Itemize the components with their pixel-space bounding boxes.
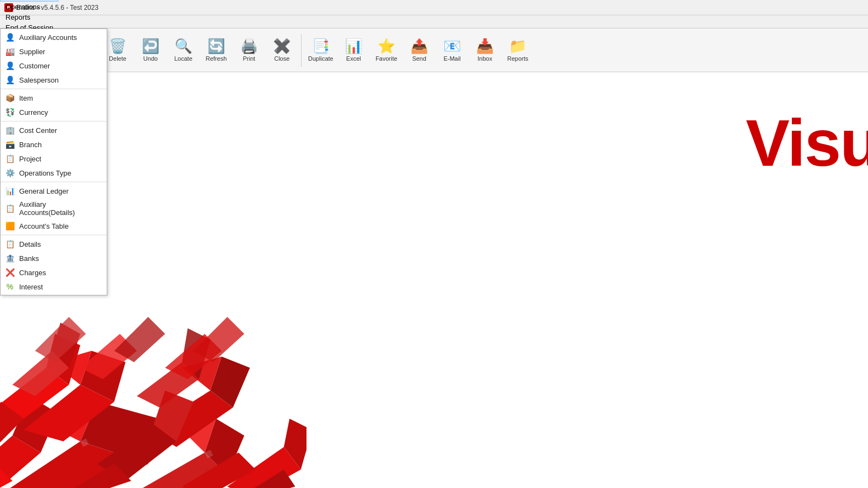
dropdown-item-supplier[interactable]: 🏭Supplier xyxy=(1,44,107,59)
svg-marker-1 xyxy=(80,402,160,464)
svg-marker-10 xyxy=(52,351,91,385)
toolbar-btn-inbox[interactable]: 📥Inbox xyxy=(469,31,501,69)
close-toolbar-label: Close xyxy=(274,55,290,62)
toolbar-btn-excel[interactable]: 📊Excel xyxy=(338,31,369,69)
general-ledger-label: General Ledger xyxy=(19,187,68,195)
locate-toolbar-icon: 🔍 xyxy=(175,39,192,53)
operations-type-icon: ⚙️ xyxy=(5,168,15,178)
svg-marker-25 xyxy=(239,469,295,488)
details-icon: 📋 xyxy=(5,239,15,249)
svg-marker-33 xyxy=(165,334,222,379)
salesperson-label: Salesperson xyxy=(19,76,59,84)
svg-marker-23 xyxy=(57,464,131,488)
toolbar-btn-favorite[interactable]: ⭐Favorite xyxy=(371,31,402,69)
main-content: Visu xyxy=(0,72,868,488)
excel-toolbar-label: Excel xyxy=(346,55,361,62)
close-toolbar-icon: ✖️ xyxy=(273,39,291,53)
dropdown-separator xyxy=(1,89,107,89)
svg-marker-19 xyxy=(97,425,177,481)
dropdown-item-auxiliary-accounts-details[interactable]: 📋Auxiliary Accounts(Details) xyxy=(1,198,107,219)
favorite-toolbar-icon: ⭐ xyxy=(378,39,395,53)
svg-marker-36 xyxy=(193,317,244,362)
auxiliary-accounts-details-label: Auxiliary Accounts(Details) xyxy=(19,200,102,217)
duplicate-toolbar-label: Duplicate xyxy=(308,55,333,62)
dropdown-item-salesperson[interactable]: 👤Salesperson xyxy=(1,73,107,87)
auxiliary-accounts-icon: 👤 xyxy=(5,32,15,42)
project-label: Project xyxy=(19,155,41,163)
dropdown-item-charges[interactable]: ❌Charges xyxy=(1,265,107,280)
delete-toolbar-icon: 🗑️ xyxy=(109,39,126,53)
svg-marker-12 xyxy=(210,357,250,408)
menu-item-reports[interactable]: Reports xyxy=(0,12,59,22)
branch-label: Branch xyxy=(19,141,42,149)
svg-marker-26 xyxy=(0,481,7,488)
refresh-toolbar-icon: 🔄 xyxy=(207,39,225,53)
toolbar-btn-refresh[interactable]: 🔄Refresh xyxy=(200,31,232,69)
menu-bar: Data EntryOperationsReportsEnd of Sessio… xyxy=(0,15,868,28)
svg-marker-17 xyxy=(284,419,306,469)
favorite-toolbar-label: Favorite xyxy=(375,55,397,62)
title-bar: B Brains - v5.4.5.6 - Test 2023 xyxy=(0,0,868,15)
customer-icon: 👤 xyxy=(5,61,15,71)
svg-marker-8 xyxy=(24,385,114,441)
dropdown-separator xyxy=(1,235,107,235)
toolbar-btn-duplicate[interactable]: 📑Duplicate xyxy=(305,31,337,69)
svg-marker-7 xyxy=(176,419,216,452)
dropdown-separator xyxy=(1,121,107,121)
svg-marker-35 xyxy=(114,317,165,362)
toolbar-btn-email[interactable]: 📧E-Mail xyxy=(436,31,468,69)
dropdown-item-interest[interactable]: %Interest xyxy=(1,280,107,294)
inbox-toolbar-icon: 📥 xyxy=(476,39,494,53)
dropdown-item-general-ledger[interactable]: 📊General Ledger xyxy=(1,184,107,198)
item-icon: 📦 xyxy=(5,93,15,103)
general-ledger-icon: 📊 xyxy=(5,186,15,196)
dropdown-separator xyxy=(1,182,107,182)
svg-marker-29 xyxy=(52,323,80,368)
dropdown-item-item[interactable]: 📦Item xyxy=(1,91,107,105)
svg-marker-11 xyxy=(148,391,233,447)
cost-center-label: Cost Center xyxy=(19,126,57,135)
toolbar-btn-locate[interactable]: 🔍Locate xyxy=(167,31,199,69)
project-icon: 📋 xyxy=(5,154,15,164)
salesperson-icon: 👤 xyxy=(5,75,15,85)
dropdown-item-project[interactable]: 📋Project xyxy=(1,152,107,166)
toolbar-btn-undo[interactable]: ↩️Undo xyxy=(135,31,166,69)
dropdown-item-operations-type[interactable]: ⚙️Operations Type xyxy=(1,166,107,180)
print-toolbar-icon: 🖨️ xyxy=(240,39,258,53)
details-label: Details xyxy=(19,240,41,248)
menu-item-operations[interactable]: Operations xyxy=(0,2,59,12)
svg-marker-34 xyxy=(35,317,86,362)
toolbar-btn-print[interactable]: 🖨️Print xyxy=(233,31,265,69)
dropdown-menu: 👤Auxiliary Accounts🏭Supplier👤Customer👤Sa… xyxy=(0,28,107,295)
interest-icon: % xyxy=(5,282,15,292)
svg-marker-15 xyxy=(47,334,80,385)
reports-toolbar-icon: 📁 xyxy=(509,39,526,53)
undo-toolbar-icon: ↩️ xyxy=(142,39,159,53)
svg-marker-9 xyxy=(80,351,126,402)
dropdown-item-accounts-table[interactable]: 🟧Account's Table xyxy=(1,219,107,233)
item-label: Item xyxy=(19,94,33,102)
svg-marker-13 xyxy=(182,357,222,391)
banks-label: Banks xyxy=(19,254,39,263)
dropdown-item-currency[interactable]: 💱Currency xyxy=(1,105,107,119)
toolbar-btn-send[interactable]: 📤Send xyxy=(403,31,435,69)
dropdown-item-branch[interactable]: 🗃️Branch xyxy=(1,137,107,152)
undo-toolbar-label: Undo xyxy=(143,55,158,62)
dropdown-item-customer[interactable]: 👤Customer xyxy=(1,59,107,73)
dropdown-item-cost-center[interactable]: 🏢Cost Center xyxy=(1,123,107,137)
svg-marker-0 xyxy=(0,441,148,488)
dropdown-item-details[interactable]: 📋Details xyxy=(1,237,107,251)
toolbar-btn-close[interactable]: ✖️Close xyxy=(266,31,298,69)
accounts-table-label: Account's Table xyxy=(19,222,68,230)
svg-marker-5 xyxy=(125,452,227,488)
currency-label: Currency xyxy=(19,108,48,117)
toolbar-btn-reports[interactable]: 📁Reports xyxy=(502,31,534,69)
visu-text: Visu xyxy=(746,105,868,181)
dropdown-item-banks[interactable]: 🏦Banks xyxy=(1,251,107,265)
duplicate-toolbar-icon: 📑 xyxy=(312,39,329,53)
customer-label: Customer xyxy=(19,62,50,70)
locate-toolbar-label: Locate xyxy=(174,55,192,62)
dropdown-item-auxiliary-accounts[interactable]: 👤Auxiliary Accounts xyxy=(1,30,107,44)
svg-marker-28 xyxy=(13,351,69,396)
svg-marker-6 xyxy=(205,419,244,475)
